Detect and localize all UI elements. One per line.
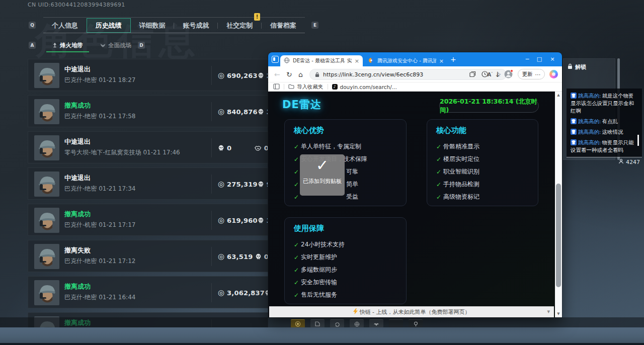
hosting-promo-bar[interactable]: 快链 - 上线，从未如此简单（免费部署网页） ▾ <box>269 306 554 317</box>
bottom-tile-plug[interactable] <box>409 319 423 328</box>
tab-reputation[interactable]: 信誉档案 <box>262 18 305 33</box>
maximize-button[interactable]: □ <box>536 56 543 62</box>
bookmark-douyin[interactable]: ♪ douyin.com/search/... <box>332 84 397 90</box>
match-row[interactable]: 中途退出 巴克什-绝密 01-21 17:34 ◎275,3199 <box>28 167 268 200</box>
update-button[interactable]: 更新 ⋯ <box>518 69 545 79</box>
skull-icon <box>265 290 268 296</box>
chat-username: 跳高高的: <box>578 118 601 124</box>
battlefield-icon <box>100 43 106 48</box>
address-bar[interactable]: https://link.3ceng.cn/view/6ec6c893 A˄ ☆ <box>309 69 507 80</box>
bottom-tile-compass[interactable] <box>350 319 364 328</box>
bookmark-import-favorites[interactable]: 导入收藏夹 <box>288 83 324 91</box>
avatar <box>34 280 59 305</box>
scroll-up-icon[interactable]: ▲ <box>555 93 562 97</box>
scroll-down-icon[interactable]: ▼ <box>555 312 562 316</box>
avatar <box>34 208 59 233</box>
chat-username: 跳高高的: <box>578 139 601 145</box>
bottom-tile-lock[interactable] <box>389 319 403 328</box>
stat-value: 0 <box>227 144 231 152</box>
browser-tab-inactive[interactable]: 腾讯游戏安全中心 - 腾讯游戏 × <box>365 55 447 66</box>
feature-item: ✓24小时技术支持 <box>294 238 397 251</box>
bottom-tile-mask[interactable] <box>369 319 383 328</box>
match-row[interactable]: 撤离失败 巴克什-绝密 01-21 17:12 ◎63,5190 <box>28 240 268 272</box>
copilot-icon[interactable] <box>549 70 558 78</box>
toast-check-icon: ✓ <box>316 154 329 177</box>
match-row[interactable]: 撤离成功 巴克什-绝密 01-21 16:44 ◎3,062,8373 <box>28 276 268 308</box>
url-text: https://link.3ceng.cn/view/6ec6c893 <box>323 71 484 78</box>
feature-text: 高级物资标记 <box>443 193 479 201</box>
tab-profile[interactable]: 个人信息 <box>43 18 87 33</box>
new-tab-button[interactable]: + <box>450 55 456 63</box>
back-icon[interactable]: ← <box>274 70 280 78</box>
bottom-tile-medal[interactable] <box>291 319 305 328</box>
match-stats: ◎3,062,8373 <box>218 277 268 308</box>
feature-item: ✓单人单特征，专属定制 <box>294 140 397 153</box>
player-avatar-art <box>34 135 59 160</box>
screen: CN UID:63004412083994389691 角色信息 Q 个人信息历… <box>0 0 644 345</box>
match-row[interactable]: 撤离成功 巴克什-绝密 01-21 17:58 ◎840,8763 <box>28 95 268 127</box>
close-button[interactable]: × <box>549 56 556 62</box>
tab-history[interactable]: 历史战绩 <box>87 18 131 33</box>
stat-skull: 0 <box>255 253 268 261</box>
minimize-button[interactable]: − <box>524 56 531 62</box>
coin-icon: ◎ <box>218 72 224 79</box>
downloads-icon[interactable]: ↓ <box>495 70 501 78</box>
chat-text: 这啥情况 <box>602 129 623 135</box>
match-row[interactable]: 中途退出 零号大坝-地下-红鼠窝竞技场 01-21 17:46 00 <box>28 131 268 163</box>
viewer-count: 4247 <box>626 159 640 165</box>
feature-item: ✓职业智能识别 <box>436 165 529 178</box>
profile-avatar[interactable] <box>504 70 513 78</box>
tabbar-top-line <box>43 17 305 18</box>
home-icon[interactable]: ⌂ <box>298 70 303 78</box>
match-stats: ◎690,2632 <box>218 59 268 91</box>
match-row[interactable]: 中途退出 巴克什-绝密 01-21 18:27 ◎690,2632 <box>28 59 268 91</box>
row-divider <box>211 66 212 85</box>
stat-coin: ◎63,519 <box>218 253 253 261</box>
feature-item: ✓实时更新维护 <box>294 251 397 264</box>
coin-icon: ◎ <box>218 108 224 116</box>
hazard-zone-icon <box>52 43 57 48</box>
row-divider <box>211 211 212 230</box>
stat-handshake: 0 <box>255 144 268 152</box>
scroll-thumb[interactable] <box>556 184 561 287</box>
feature-item: ✓高级物资标记 <box>436 191 529 203</box>
chat-scroll-thumb[interactable] <box>637 135 639 146</box>
bottom-strip <box>0 343 644 345</box>
more-icon[interactable]: ⋯ <box>535 71 541 77</box>
collapse-caret-icon[interactable]: ▾ <box>547 308 550 315</box>
tab-achievements[interactable]: 账号成就 <box>174 18 217 33</box>
match-map-time: 巴克什-机密 01-21 17:17 <box>64 221 135 229</box>
history-icon[interactable] <box>481 70 489 80</box>
tab-close-icon[interactable]: × <box>439 58 444 64</box>
refresh-icon[interactable]: ↻ <box>286 70 292 78</box>
tab-close-icon[interactable]: × <box>355 58 359 64</box>
stat-skull: 9 <box>258 181 268 188</box>
page-scrollbar[interactable]: ▲ ▼ <box>555 92 562 317</box>
sub-tab-battlefield[interactable]: 全面战场 <box>94 39 137 51</box>
match-stats: ◎840,8763 <box>218 96 268 127</box>
bookmarks-bar: 导入收藏夹 ♪ douyin.com/search/... <box>268 82 562 92</box>
match-history-list: 中途退出 巴克什-绝密 01-21 18:27 ◎690,2632 撤离成功 巴… <box>28 59 268 345</box>
stat-skull: 3 <box>258 108 268 116</box>
collections-icon[interactable] <box>469 70 476 80</box>
match-stats: ◎619,9603 <box>218 204 268 236</box>
check-icon: ✓ <box>436 156 443 163</box>
sidebar-icon[interactable] <box>273 83 280 91</box>
player-badge-icon <box>571 118 577 124</box>
bookmarks-separator <box>284 84 284 90</box>
browser-tab-active[interactable]: DE雷达 - 最稳雷达工具 实力开发 × <box>280 55 363 66</box>
row-divider <box>211 283 212 302</box>
chat-message: 跳高高的:有点乱 <box>571 118 638 125</box>
match-row[interactable]: 撤离成功 巴克什-机密 01-21 17:17 ◎619,9603 <box>28 204 268 236</box>
bottom-tile-rope[interactable] <box>330 319 344 328</box>
unlock-control[interactable]: 解锁 <box>568 63 586 71</box>
tab-actions-icon[interactable] <box>272 56 279 63</box>
sub-tab-hazard-zone[interactable]: 烽火地带 <box>46 39 89 51</box>
stat-coin: ◎619,960 <box>218 217 258 224</box>
globe-favicon-icon <box>284 57 290 64</box>
feature-item: ✓楼层实时定位 <box>436 153 529 165</box>
stat-coin: ◎3,062,837 <box>218 289 265 297</box>
bottom-tile-file[interactable] <box>310 319 325 328</box>
tab-details[interactable]: 详细数据 <box>131 18 174 33</box>
stat-skull: 0 <box>218 144 231 152</box>
